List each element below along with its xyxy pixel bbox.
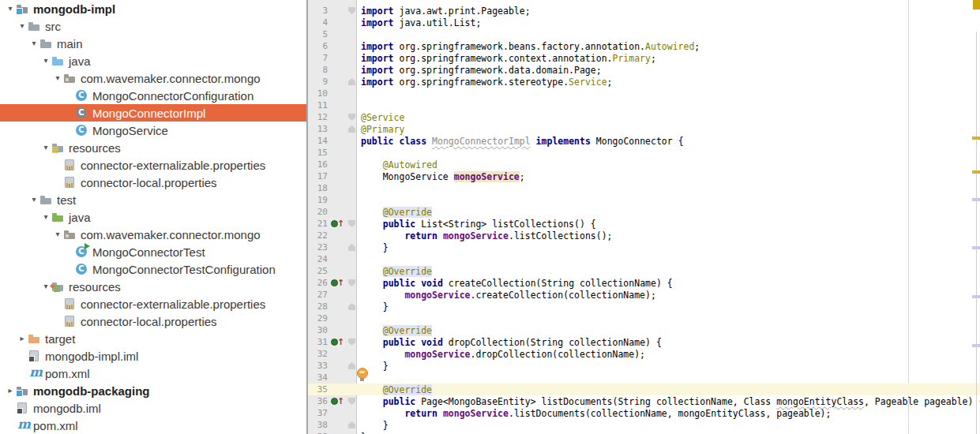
code-text[interactable]: @Override bbox=[359, 266, 432, 277]
code-text[interactable]: return mongoService.listDocuments(collec… bbox=[359, 408, 831, 419]
tree-row-mongodb-impl[interactable]: ▾mongodb-impl bbox=[0, 0, 306, 17]
code-line-18[interactable]: 18 bbox=[308, 182, 980, 194]
code-line-30[interactable]: 30 @Override bbox=[308, 324, 980, 336]
code-line-35[interactable]: 35 @Override bbox=[308, 383, 980, 395]
code-line-27[interactable]: 27 mongoService.createCollection(collect… bbox=[308, 289, 980, 301]
fold-marker-icon[interactable] bbox=[348, 339, 355, 346]
code-text[interactable]: @Autowired bbox=[359, 159, 437, 170]
code-text[interactable]: } bbox=[359, 420, 389, 431]
code-text[interactable]: import org.springframework.beans.factory… bbox=[359, 41, 700, 52]
tree-row-resources[interactable]: ▾resources bbox=[0, 278, 306, 295]
code-line-37[interactable]: 37 return mongoService.listDocuments(col… bbox=[308, 407, 980, 419]
fold-marker-icon[interactable] bbox=[348, 398, 355, 405]
code-line-34[interactable]: 34 bbox=[308, 372, 980, 383]
code-text[interactable]: } bbox=[359, 301, 389, 312]
code-line-13[interactable]: 13@Primary bbox=[308, 123, 980, 135]
collapse-arrow-icon[interactable]: ▾ bbox=[28, 191, 39, 208]
code-line-12[interactable]: 12@Service bbox=[308, 111, 980, 123]
tree-row-mongoconnectorimpl[interactable]: MongoConnectorImpl bbox=[0, 104, 306, 122]
code-text[interactable]: import java.awt.print.Pageable; bbox=[359, 6, 531, 17]
code-text[interactable]: mongoService.dropCollection(collectionNa… bbox=[359, 349, 645, 360]
code-line-4[interactable]: 4import java.util.List; bbox=[308, 17, 980, 28]
code-line-3[interactable]: 3import java.awt.print.Pageable; bbox=[308, 5, 980, 17]
code-text[interactable]: mongoService.createCollection(collection… bbox=[359, 290, 656, 301]
tree-row-resources[interactable]: ▾resources bbox=[0, 139, 306, 156]
code-line-24[interactable]: 24 bbox=[308, 253, 980, 265]
code-text[interactable]: import java.util.List; bbox=[359, 17, 481, 28]
tree-row-java[interactable]: ▾java bbox=[0, 52, 306, 69]
overrides-method-icon[interactable]: ↑ bbox=[331, 338, 344, 346]
intention-bulb-icon[interactable] bbox=[357, 368, 368, 379]
error-stripe-mark[interactable] bbox=[972, 344, 980, 347]
tree-row-connector-local-properties[interactable]: connector-local.properties bbox=[0, 174, 306, 191]
code-line-16[interactable]: 16 @Autowired bbox=[308, 159, 980, 170]
code-line-23[interactable]: 23 } bbox=[308, 241, 980, 253]
tree-row-test[interactable]: ▾test bbox=[0, 191, 306, 208]
error-stripe-mark[interactable] bbox=[972, 170, 980, 174]
code-line-29[interactable]: 29 bbox=[308, 312, 980, 324]
tree-row-mongoservice[interactable]: MongoService bbox=[0, 122, 306, 139]
tree-row-main[interactable]: ▾main bbox=[0, 35, 306, 52]
collapse-arrow-icon[interactable]: ▾ bbox=[40, 139, 51, 156]
collapse-arrow-icon[interactable]: ▾ bbox=[28, 35, 39, 52]
code-text[interactable]: } bbox=[359, 242, 389, 253]
fold-marker-icon[interactable] bbox=[348, 279, 355, 286]
collapse-arrow-icon[interactable]: ▾ bbox=[52, 69, 63, 87]
code-line-21[interactable]: 21↑ public List<String> listCollections(… bbox=[308, 218, 980, 230]
code-text[interactable]: public class MongoConnectorImpl implemen… bbox=[359, 136, 684, 147]
code-line-14[interactable]: 14public class MongoConnectorImpl implem… bbox=[308, 135, 980, 147]
collapse-arrow-icon[interactable]: ▾ bbox=[40, 208, 51, 226]
tree-row-mongoconnectortestconfiguration[interactable]: MongoConnectorTestConfiguration bbox=[0, 260, 306, 278]
tree-row-src[interactable]: ▾src bbox=[0, 17, 306, 35]
fold-marker-icon[interactable] bbox=[348, 421, 355, 428]
code-line-5[interactable]: 5 bbox=[308, 28, 980, 40]
tree-row-com-wavemaker-connector-mongo[interactable]: ▾com.wavemaker.connector.mongo bbox=[0, 69, 306, 87]
code-line-25[interactable]: 25 @Override bbox=[308, 265, 980, 277]
code-text[interactable]: } bbox=[359, 432, 366, 434]
code-text[interactable]: import org.springframework.context.annot… bbox=[359, 53, 656, 64]
code-text[interactable]: @Service bbox=[359, 112, 404, 123]
fold-marker-icon[interactable] bbox=[348, 78, 355, 85]
collapse-arrow-icon[interactable]: ▾ bbox=[52, 226, 63, 243]
tree-row-mongodb-packaging[interactable]: ▸mongodb-packaging bbox=[0, 382, 306, 399]
code-line-7[interactable]: 7import org.springframework.context.anno… bbox=[308, 52, 980, 64]
code-line-28[interactable]: 28 } bbox=[308, 301, 980, 312]
collapse-arrow-icon[interactable]: ▾ bbox=[40, 52, 51, 69]
code-text[interactable]: import org.springframework.data.domain.P… bbox=[359, 65, 602, 76]
code-line-22[interactable]: 22 return mongoService.listCollections()… bbox=[308, 230, 980, 241]
overrides-method-icon[interactable]: ↑ bbox=[331, 279, 344, 287]
overrides-method-icon[interactable]: ↑ bbox=[331, 397, 344, 406]
code-line-36[interactable]: 36↑ public Page<MongoBaseEntity> listDoc… bbox=[308, 395, 980, 407]
fold-marker-icon[interactable] bbox=[348, 303, 355, 310]
fold-marker-icon[interactable] bbox=[348, 220, 355, 227]
tree-row-connector-externalizable-properties[interactable]: connector-externalizable.properties bbox=[0, 156, 306, 174]
code-line-17[interactable]: 17 MongoService mongoService; bbox=[308, 170, 980, 182]
fold-marker-icon[interactable] bbox=[348, 7, 355, 14]
collapse-arrow-icon[interactable]: ▾ bbox=[17, 17, 28, 35]
error-stripe-status-icon[interactable] bbox=[973, 0, 980, 9]
tree-row-connector-local-properties[interactable]: connector-local.properties bbox=[0, 312, 306, 330]
code-line-26[interactable]: 26↑ public void createCollection(String … bbox=[308, 277, 980, 289]
code-line-10[interactable]: 10 bbox=[308, 88, 980, 99]
scrollbar-track[interactable] bbox=[976, 32, 977, 434]
code-line-20[interactable]: 20 @Override bbox=[308, 206, 980, 218]
tree-row-pom-xml[interactable]: pom.xml bbox=[0, 417, 306, 434]
tree-row-target[interactable]: ▸target bbox=[0, 330, 306, 347]
overrides-method-icon[interactable]: ↑ bbox=[331, 219, 344, 228]
code-text[interactable]: import org.springframework.stereotype.Se… bbox=[359, 77, 613, 88]
code-text[interactable]: @Override bbox=[359, 325, 432, 336]
code-text[interactable]: @Override bbox=[359, 207, 432, 218]
code-text[interactable]: public void createCollection(String coll… bbox=[359, 278, 673, 289]
code-line-11[interactable]: 11 bbox=[308, 99, 980, 111]
code-line-8[interactable]: 8import org.springframework.data.domain.… bbox=[308, 64, 980, 76]
error-stripe-mark[interactable] bbox=[972, 137, 980, 140]
collapse-arrow-icon[interactable]: ▾ bbox=[5, 0, 16, 17]
code-line-9[interactable]: 9import org.springframework.stereotype.S… bbox=[308, 76, 980, 88]
code-line-15[interactable]: 15 bbox=[308, 147, 980, 159]
code-line-33[interactable]: 33 } bbox=[308, 360, 980, 372]
tree-row-mongodb-iml[interactable]: mongodb.iml bbox=[0, 399, 306, 417]
code-text[interactable]: public Page<MongoBaseEntity> listDocumen… bbox=[359, 396, 980, 407]
fold-marker-icon[interactable] bbox=[348, 362, 355, 369]
fold-marker-icon[interactable] bbox=[348, 244, 355, 251]
code-text[interactable]: MongoService mongoService; bbox=[359, 171, 525, 182]
